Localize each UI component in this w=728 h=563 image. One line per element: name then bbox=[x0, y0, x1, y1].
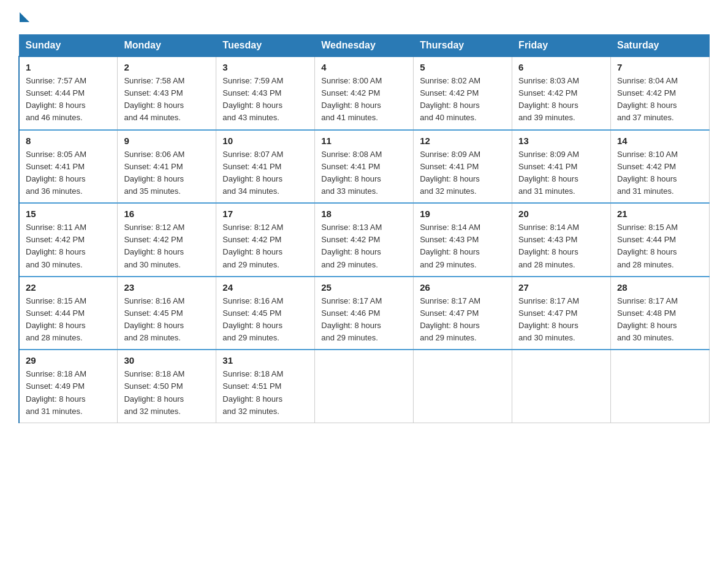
day-number: 3 bbox=[222, 62, 308, 72]
column-header-thursday: Thursday bbox=[414, 35, 512, 57]
calendar-cell: 21 Sunrise: 8:15 AM Sunset: 4:44 PM Dayl… bbox=[611, 203, 710, 277]
column-header-saturday: Saturday bbox=[611, 35, 710, 57]
day-info: Sunrise: 8:18 AM Sunset: 4:49 PM Dayligh… bbox=[26, 368, 111, 418]
calendar-table: SundayMondayTuesdayWednesdayThursdayFrid… bbox=[18, 34, 710, 423]
day-info: Sunrise: 7:58 AM Sunset: 4:43 PM Dayligh… bbox=[124, 75, 210, 124]
calendar-cell: 31 Sunrise: 8:18 AM Sunset: 4:51 PM Dayl… bbox=[216, 350, 315, 423]
calendar-cell: 30 Sunrise: 8:18 AM Sunset: 4:50 PM Dayl… bbox=[118, 350, 216, 423]
day-info: Sunrise: 7:57 AM Sunset: 4:44 PM Dayligh… bbox=[26, 75, 111, 124]
day-info: Sunrise: 8:08 AM Sunset: 4:41 PM Dayligh… bbox=[321, 148, 407, 198]
calendar-cell: 8 Sunrise: 8:05 AM Sunset: 4:41 PM Dayli… bbox=[19, 130, 118, 204]
calendar-cell: 22 Sunrise: 8:15 AM Sunset: 4:44 PM Dayl… bbox=[19, 277, 118, 350]
day-info: Sunrise: 8:09 AM Sunset: 4:41 PM Dayligh… bbox=[420, 148, 506, 198]
day-info: Sunrise: 8:17 AM Sunset: 4:47 PM Dayligh… bbox=[420, 295, 506, 345]
calendar-cell bbox=[414, 350, 512, 423]
column-header-sunday: Sunday bbox=[19, 35, 118, 57]
calendar-cell: 12 Sunrise: 8:09 AM Sunset: 4:41 PM Dayl… bbox=[414, 130, 512, 204]
day-number: 11 bbox=[321, 136, 407, 146]
day-info: Sunrise: 8:15 AM Sunset: 4:44 PM Dayligh… bbox=[26, 295, 111, 345]
calendar-week-row: 15 Sunrise: 8:11 AM Sunset: 4:42 PM Dayl… bbox=[19, 203, 710, 277]
calendar-cell: 3 Sunrise: 7:59 AM Sunset: 4:43 PM Dayli… bbox=[216, 56, 315, 130]
day-info: Sunrise: 8:13 AM Sunset: 4:42 PM Dayligh… bbox=[321, 221, 407, 271]
day-number: 14 bbox=[617, 136, 703, 146]
day-info: Sunrise: 8:11 AM Sunset: 4:42 PM Dayligh… bbox=[26, 221, 111, 271]
day-info: Sunrise: 8:17 AM Sunset: 4:46 PM Dayligh… bbox=[321, 295, 407, 345]
day-number: 25 bbox=[321, 282, 407, 293]
calendar-header-row: SundayMondayTuesdayWednesdayThursdayFrid… bbox=[19, 35, 710, 57]
day-number: 4 bbox=[321, 62, 407, 72]
day-number: 2 bbox=[124, 62, 210, 72]
calendar-cell: 18 Sunrise: 8:13 AM Sunset: 4:42 PM Dayl… bbox=[315, 203, 414, 277]
day-info: Sunrise: 8:06 AM Sunset: 4:41 PM Dayligh… bbox=[124, 148, 210, 198]
logo-arrow-icon bbox=[20, 12, 29, 22]
day-info: Sunrise: 8:04 AM Sunset: 4:42 PM Dayligh… bbox=[617, 75, 703, 124]
day-info: Sunrise: 8:09 AM Sunset: 4:41 PM Dayligh… bbox=[518, 148, 604, 198]
day-number: 30 bbox=[124, 355, 210, 366]
calendar-cell: 11 Sunrise: 8:08 AM Sunset: 4:41 PM Dayl… bbox=[315, 130, 414, 204]
day-number: 18 bbox=[321, 209, 407, 219]
day-info: Sunrise: 8:14 AM Sunset: 4:43 PM Dayligh… bbox=[518, 221, 604, 271]
day-number: 15 bbox=[26, 209, 111, 219]
day-number: 20 bbox=[518, 209, 604, 219]
day-number: 12 bbox=[420, 136, 506, 146]
page-header bbox=[18, 12, 710, 22]
calendar-cell bbox=[512, 350, 611, 423]
day-number: 10 bbox=[222, 136, 308, 146]
day-number: 5 bbox=[420, 62, 506, 72]
day-number: 6 bbox=[518, 62, 604, 72]
day-info: Sunrise: 8:18 AM Sunset: 4:50 PM Dayligh… bbox=[124, 368, 210, 418]
day-info: Sunrise: 8:02 AM Sunset: 4:42 PM Dayligh… bbox=[420, 75, 506, 124]
calendar-cell: 13 Sunrise: 8:09 AM Sunset: 4:41 PM Dayl… bbox=[512, 130, 611, 204]
calendar-cell bbox=[315, 350, 414, 423]
day-info: Sunrise: 8:10 AM Sunset: 4:42 PM Dayligh… bbox=[617, 148, 703, 198]
calendar-cell bbox=[611, 350, 710, 423]
day-number: 24 bbox=[222, 282, 308, 293]
day-info: Sunrise: 8:17 AM Sunset: 4:48 PM Dayligh… bbox=[617, 295, 703, 345]
calendar-cell: 24 Sunrise: 8:16 AM Sunset: 4:45 PM Dayl… bbox=[216, 277, 315, 350]
calendar-week-row: 29 Sunrise: 8:18 AM Sunset: 4:49 PM Dayl… bbox=[19, 350, 710, 423]
calendar-cell: 14 Sunrise: 8:10 AM Sunset: 4:42 PM Dayl… bbox=[611, 130, 710, 204]
logo bbox=[18, 12, 29, 22]
calendar-week-row: 1 Sunrise: 7:57 AM Sunset: 4:44 PM Dayli… bbox=[19, 56, 710, 130]
calendar-cell: 5 Sunrise: 8:02 AM Sunset: 4:42 PM Dayli… bbox=[414, 56, 512, 130]
calendar-cell: 2 Sunrise: 7:58 AM Sunset: 4:43 PM Dayli… bbox=[118, 56, 216, 130]
calendar-cell: 26 Sunrise: 8:17 AM Sunset: 4:47 PM Dayl… bbox=[414, 277, 512, 350]
day-info: Sunrise: 8:16 AM Sunset: 4:45 PM Dayligh… bbox=[124, 295, 210, 345]
calendar-cell: 25 Sunrise: 8:17 AM Sunset: 4:46 PM Dayl… bbox=[315, 277, 414, 350]
day-info: Sunrise: 8:15 AM Sunset: 4:44 PM Dayligh… bbox=[617, 221, 703, 271]
calendar-cell: 29 Sunrise: 8:18 AM Sunset: 4:49 PM Dayl… bbox=[19, 350, 118, 423]
day-number: 28 bbox=[617, 282, 703, 293]
calendar-cell: 27 Sunrise: 8:17 AM Sunset: 4:47 PM Dayl… bbox=[512, 277, 611, 350]
column-header-friday: Friday bbox=[512, 35, 611, 57]
day-info: Sunrise: 8:07 AM Sunset: 4:41 PM Dayligh… bbox=[222, 148, 308, 198]
day-number: 29 bbox=[26, 355, 111, 366]
day-number: 23 bbox=[124, 282, 210, 293]
calendar-cell: 1 Sunrise: 7:57 AM Sunset: 4:44 PM Dayli… bbox=[19, 56, 118, 130]
calendar-cell: 10 Sunrise: 8:07 AM Sunset: 4:41 PM Dayl… bbox=[216, 130, 315, 204]
column-header-monday: Monday bbox=[118, 35, 216, 57]
column-header-wednesday: Wednesday bbox=[315, 35, 414, 57]
day-number: 22 bbox=[26, 282, 111, 293]
calendar-cell: 15 Sunrise: 8:11 AM Sunset: 4:42 PM Dayl… bbox=[19, 203, 118, 277]
day-number: 17 bbox=[222, 209, 308, 219]
day-number: 31 bbox=[222, 355, 308, 366]
day-number: 9 bbox=[124, 136, 210, 146]
calendar-cell: 28 Sunrise: 8:17 AM Sunset: 4:48 PM Dayl… bbox=[611, 277, 710, 350]
calendar-cell: 16 Sunrise: 8:12 AM Sunset: 4:42 PM Dayl… bbox=[118, 203, 216, 277]
day-info: Sunrise: 8:03 AM Sunset: 4:42 PM Dayligh… bbox=[518, 75, 604, 124]
day-info: Sunrise: 8:16 AM Sunset: 4:45 PM Dayligh… bbox=[222, 295, 308, 345]
day-info: Sunrise: 8:00 AM Sunset: 4:42 PM Dayligh… bbox=[321, 75, 407, 124]
calendar-cell: 20 Sunrise: 8:14 AM Sunset: 4:43 PM Dayl… bbox=[512, 203, 611, 277]
calendar-cell: 6 Sunrise: 8:03 AM Sunset: 4:42 PM Dayli… bbox=[512, 56, 611, 130]
day-number: 27 bbox=[518, 282, 604, 293]
day-number: 8 bbox=[26, 136, 111, 146]
calendar-cell: 9 Sunrise: 8:06 AM Sunset: 4:41 PM Dayli… bbox=[118, 130, 216, 204]
day-info: Sunrise: 8:18 AM Sunset: 4:51 PM Dayligh… bbox=[222, 368, 308, 418]
calendar-cell: 23 Sunrise: 8:16 AM Sunset: 4:45 PM Dayl… bbox=[118, 277, 216, 350]
day-info: Sunrise: 7:59 AM Sunset: 4:43 PM Dayligh… bbox=[222, 75, 308, 124]
day-number: 21 bbox=[617, 209, 703, 219]
day-info: Sunrise: 8:14 AM Sunset: 4:43 PM Dayligh… bbox=[420, 221, 506, 271]
day-number: 16 bbox=[124, 209, 210, 219]
day-number: 1 bbox=[26, 62, 111, 72]
calendar-week-row: 8 Sunrise: 8:05 AM Sunset: 4:41 PM Dayli… bbox=[19, 130, 710, 204]
